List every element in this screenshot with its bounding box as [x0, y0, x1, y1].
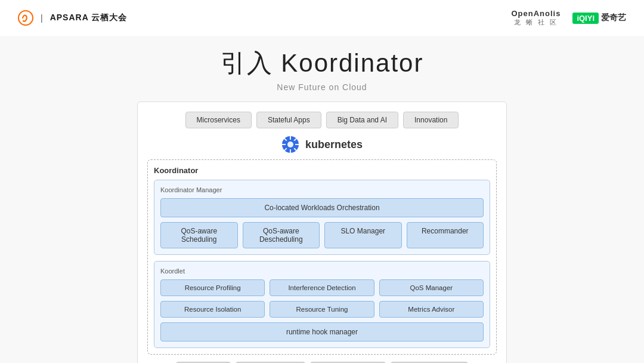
manager-label: Koordinator Manager — [160, 186, 484, 193]
iqiyi-text: 爱奇艺 — [601, 13, 626, 23]
workload-tabs-row: Microservices Stateful Apps Big Data and… — [147, 112, 497, 128]
runtime-hook-manager-box: runtime hook manager — [160, 322, 484, 342]
apsara-label: APSARA 云栖大会 — [50, 13, 128, 23]
resource-isolation-box: Resource Isolation — [160, 301, 265, 318]
slo-manager-box: SLO Manager — [324, 222, 402, 248]
orchestration-box: Co-located Workloads Orchestration — [160, 198, 484, 217]
koordinator-box: Koordinator Koordinator Manager Co-locat… — [147, 159, 497, 355]
metrics-advisor-box: Metrics Advisor — [379, 301, 484, 318]
header: | APSARA 云栖大会 OpenAnolis 龙 蜥 社 区 iQIYI 爱… — [0, 0, 644, 36]
qos-descheduling-box: QoS-aware Descheduling — [243, 222, 320, 248]
resource-profiling-box: Resource Profiling — [160, 279, 265, 296]
architecture-diagram: Microservices Stateful Apps Big Data and… — [137, 101, 507, 363]
manager-section: Koordinator Manager Co-located Workloads… — [154, 180, 490, 255]
iqiyi-logo: iQIYI 爱奇艺 — [572, 13, 626, 24]
svg-point-0 — [18, 11, 33, 25]
qos-manager-box: QoS Manager — [379, 279, 484, 296]
main-content: 引入 Koordinator New Future on Cloud Micro… — [0, 36, 644, 363]
interference-detection-box: Interference Detection — [270, 279, 374, 296]
qos-scheduling-box: QoS-aware Scheduling — [160, 222, 238, 248]
koordlet-section: Koordlet Resource Profiling Interference… — [154, 261, 490, 348]
openanolis-top-text: OpenAnolis — [511, 9, 561, 18]
koordlet-grid: Resource Profiling Interference Detectio… — [160, 279, 484, 318]
tab-big-data-ai: Big Data and AI — [326, 112, 398, 128]
kubernetes-icon — [281, 136, 299, 153]
tab-microservices: Microservices — [185, 112, 252, 128]
tab-stateful-apps: Stateful Apps — [256, 112, 321, 128]
resource-tuning-box: Resource Tuning — [270, 301, 374, 318]
koordinator-title: Koordinator — [154, 166, 490, 175]
svg-point-2 — [287, 141, 293, 147]
page-title: 引入 Koordinator — [221, 47, 424, 80]
manager-boxes-row: QoS-aware Scheduling QoS-aware Deschedul… — [160, 222, 484, 248]
koordlet-label: Koordlet — [160, 267, 484, 275]
separator: | — [41, 13, 43, 23]
recommander-box: Recommander — [407, 222, 484, 248]
page-subtitle: New Future on Cloud — [277, 82, 367, 92]
alibaba-icon — [18, 10, 33, 26]
header-right-logos: OpenAnolis 龙 蜥 社 区 iQIYI 爱奇艺 — [511, 9, 626, 27]
kubernetes-row: kubernetes — [147, 136, 497, 153]
openanolis-logo: OpenAnolis 龙 蜥 社 区 — [511, 9, 561, 27]
iqiyi-green-badge: iQIYI — [572, 13, 599, 24]
openanolis-bottom-text: 龙 蜥 社 区 — [514, 18, 558, 27]
tab-innovation: Innovation — [403, 112, 459, 128]
kubernetes-label: kubernetes — [305, 139, 363, 151]
header-left-logos: | APSARA 云栖大会 — [18, 10, 127, 26]
